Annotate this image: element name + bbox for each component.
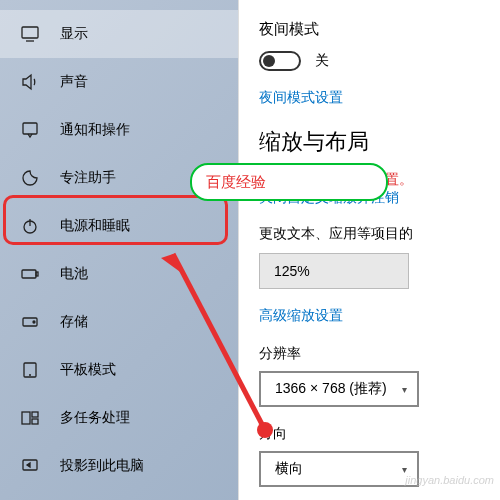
sidebar-item-storage[interactable]: 存储	[0, 298, 238, 346]
resolution-value: 1366 × 768 (推荐)	[275, 380, 387, 398]
notification-icon	[18, 118, 42, 142]
svg-rect-11	[22, 412, 30, 424]
callout-text: 百度经验	[206, 173, 266, 192]
sidebar-item-label: 投影到此电脑	[60, 457, 144, 475]
sound-icon	[18, 70, 42, 94]
sidebar-item-label: 平板模式	[60, 361, 116, 379]
advanced-scale-link[interactable]: 高级缩放设置	[259, 307, 500, 325]
sidebar-item-multitask[interactable]: 多任务处理	[0, 394, 238, 442]
sidebar-item-label: 专注助手	[60, 169, 116, 187]
power-icon	[18, 214, 42, 238]
focus-icon	[18, 166, 42, 190]
battery-icon	[18, 262, 42, 286]
svg-rect-13	[32, 419, 38, 424]
chevron-down-icon: ▾	[402, 384, 407, 395]
scale-value: 125%	[274, 263, 310, 279]
toggle-state-label: 关	[315, 52, 329, 70]
settings-sidebar: 显示 声音 通知和操作 专注助手 电源和睡眠 电池 存储 平板模式 多任务处理 …	[0, 0, 238, 500]
sidebar-item-sound[interactable]: 声音	[0, 58, 238, 106]
svg-rect-2	[23, 123, 37, 134]
orientation-value: 横向	[275, 460, 303, 478]
night-mode-label: 夜间模式	[259, 20, 500, 39]
storage-icon	[18, 310, 42, 334]
scale-select[interactable]: 125%	[259, 253, 409, 289]
project-icon	[18, 454, 42, 478]
sidebar-item-label: 存储	[60, 313, 88, 331]
night-mode-toggle-row: 关	[259, 51, 500, 71]
svg-rect-6	[36, 272, 38, 276]
tablet-icon	[18, 358, 42, 382]
sidebar-item-project[interactable]: 投影到此电脑	[0, 442, 238, 490]
svg-rect-0	[22, 27, 38, 38]
svg-point-8	[33, 321, 35, 323]
sidebar-item-tablet[interactable]: 平板模式	[0, 346, 238, 394]
sidebar-item-label: 多任务处理	[60, 409, 130, 427]
scale-heading: 缩放与布局	[259, 127, 500, 157]
chevron-down-icon: ▾	[402, 464, 407, 475]
orientation-select[interactable]: 横向 ▾	[259, 451, 419, 487]
scale-description: 更改文本、应用等项目的	[259, 225, 500, 243]
content-panel: 夜间模式 关 夜间模式设置 缩放与布局 自定义缩放比例已设置。 关闭自定义缩放并…	[238, 0, 500, 500]
sidebar-item-display[interactable]: 显示	[0, 10, 238, 58]
sidebar-item-label: 电池	[60, 265, 88, 283]
sidebar-item-label: 电源和睡眠	[60, 217, 130, 235]
sidebar-item-battery[interactable]: 电池	[0, 250, 238, 298]
orientation-label: 方向	[259, 425, 500, 443]
sidebar-item-notifications[interactable]: 通知和操作	[0, 106, 238, 154]
sidebar-item-label: 显示	[60, 25, 88, 43]
monitor-icon	[18, 22, 42, 46]
svg-rect-12	[32, 412, 38, 417]
sidebar-item-power[interactable]: 电源和睡眠	[0, 202, 238, 250]
sidebar-item-label: 通知和操作	[60, 121, 130, 139]
resolution-label: 分辨率	[259, 345, 500, 363]
multitask-icon	[18, 406, 42, 430]
annotation-callout: 百度经验	[190, 163, 388, 201]
night-mode-toggle[interactable]	[259, 51, 301, 71]
sidebar-item-label: 声音	[60, 73, 88, 91]
night-mode-settings-link[interactable]: 夜间模式设置	[259, 89, 500, 107]
resolution-select[interactable]: 1366 × 768 (推荐) ▾	[259, 371, 419, 407]
svg-rect-5	[22, 270, 36, 278]
